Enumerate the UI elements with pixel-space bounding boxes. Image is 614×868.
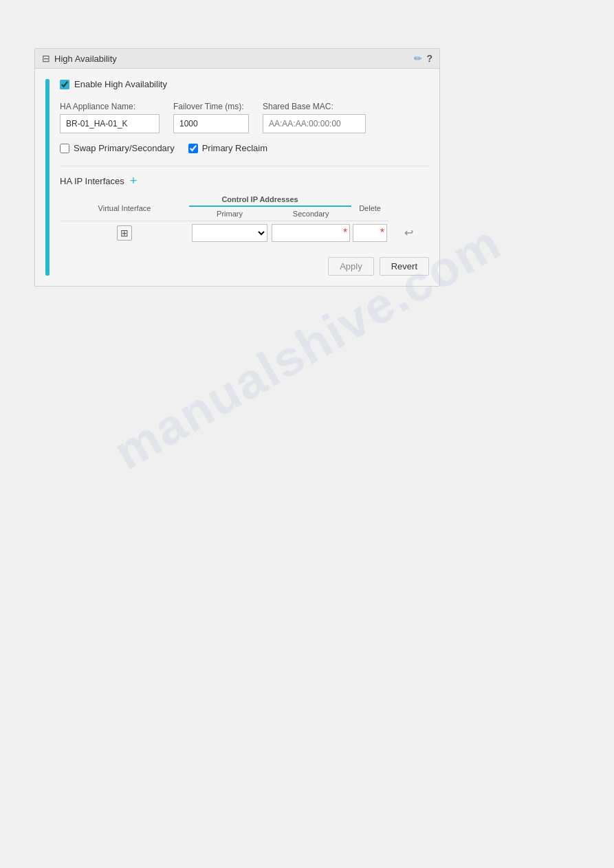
help-icon[interactable]: ? <box>426 53 432 64</box>
appliance-name-group: HA Appliance Name: <box>60 102 160 133</box>
virtual-interface-header: Virtual Interface <box>60 195 189 221</box>
swap-primary-secondary-item: Swap Primary/Secondary <box>60 143 175 153</box>
control-ip-header: Control IP Addresses <box>189 195 351 206</box>
panel-header: ⊟ High Availability ✏ ? <box>35 49 439 69</box>
page-container: ⊟ High Availability ✏ ? Enable High Avai… <box>0 0 614 335</box>
primary-ip-cell: * <box>270 221 351 245</box>
secondary-ip-input[interactable] <box>353 224 387 242</box>
secondary-ip-cell: * <box>351 221 388 245</box>
primary-reclaim-checkbox[interactable] <box>188 144 198 153</box>
row-revert-button[interactable]: ↩ <box>404 226 413 239</box>
enable-ha-checkbox[interactable] <box>60 80 69 89</box>
revert-button[interactable]: Revert <box>380 257 429 276</box>
appliance-name-label: HA Appliance Name: <box>60 102 160 111</box>
virtual-interface-cell <box>189 221 270 245</box>
primary-reclaim-label: Primary Reclaim <box>202 143 267 153</box>
shared-mac-label: Shared Base MAC: <box>263 102 366 111</box>
add-interface-button[interactable]: + <box>130 175 138 187</box>
row-add-button[interactable]: ⊞ <box>117 225 132 241</box>
delete-cell: ↩ <box>388 221 429 245</box>
swap-primary-secondary-label: Swap Primary/Secondary <box>74 143 175 153</box>
row-add-cell: ⊞ <box>60 221 189 245</box>
ha-interfaces-header: HA IP Interfaces + <box>60 175 429 187</box>
virtual-interface-select[interactable] <box>192 224 267 242</box>
failover-time-label: Failover Time (ms): <box>173 102 249 111</box>
left-accent-bar <box>45 79 50 276</box>
fields-row: HA Appliance Name: Failover Time (ms): S… <box>60 102 429 133</box>
content-area: Enable High Availability HA Appliance Na… <box>60 79 429 276</box>
interfaces-table: Virtual Interface Control IP Addresses D… <box>60 195 429 245</box>
panel-title: High Availability <box>54 54 410 64</box>
appliance-name-input[interactable] <box>60 114 160 133</box>
shared-mac-input[interactable] <box>263 114 366 133</box>
actions-row: Apply Revert <box>60 257 429 276</box>
high-availability-panel: ⊟ High Availability ✏ ? Enable High Avai… <box>34 48 440 287</box>
primary-ip-input[interactable] <box>272 224 350 242</box>
enable-row: Enable High Availability <box>60 79 429 89</box>
ha-interfaces-title: HA IP Interfaces <box>60 176 124 186</box>
primary-header: Primary <box>189 206 270 221</box>
shared-mac-group: Shared Base MAC: <box>263 102 366 133</box>
primary-reclaim-item: Primary Reclaim <box>188 143 267 153</box>
divider <box>60 166 429 166</box>
failover-time-group: Failover Time (ms): <box>173 102 249 133</box>
apply-button[interactable]: Apply <box>328 257 374 276</box>
options-row: Swap Primary/Secondary Primary Reclaim <box>60 143 429 153</box>
secondary-header: Secondary <box>270 206 351 221</box>
edit-icon[interactable]: ✏ <box>414 53 422 64</box>
collapse-icon[interactable]: ⊟ <box>42 53 50 64</box>
swap-primary-secondary-checkbox[interactable] <box>60 144 69 153</box>
failover-time-input[interactable] <box>173 114 249 133</box>
delete-header: Delete <box>351 195 388 221</box>
enable-ha-label: Enable High Availability <box>74 79 167 89</box>
table-row: ⊞ * <box>60 221 429 245</box>
panel-body: Enable High Availability HA Appliance Na… <box>35 69 439 286</box>
